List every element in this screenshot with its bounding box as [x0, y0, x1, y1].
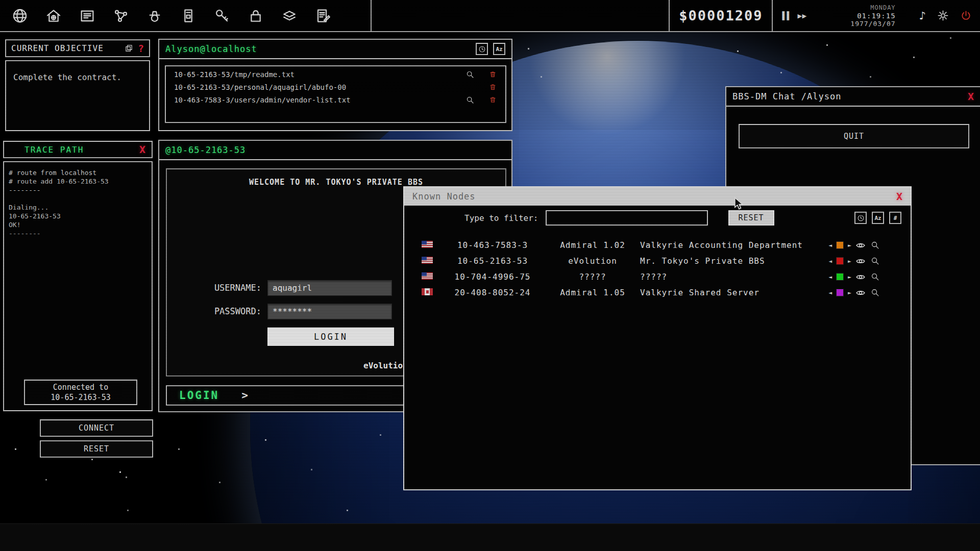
clock-time: 01:19:15 [824, 12, 896, 20]
connect-button[interactable]: CONNECT [40, 419, 153, 437]
search-icon[interactable] [465, 95, 474, 104]
trace-title: TRACE PATH [24, 145, 84, 155]
color-next-icon[interactable]: ► [848, 259, 851, 264]
eye-icon[interactable] [855, 256, 866, 266]
file-path: 10-65-2163-53/personal/aquagirl/abufo-00 [174, 83, 346, 91]
sort-time-icon[interactable] [476, 43, 488, 55]
trash-icon[interactable] [488, 95, 497, 104]
filter-input[interactable] [546, 210, 708, 226]
color-prev-icon[interactable]: ◄ [828, 259, 832, 264]
sort-number-icon[interactable]: # [889, 212, 901, 224]
network-map-icon[interactable] [110, 5, 132, 27]
top-toolbar: $00001209 ▌▌ ▶▶ MONDAY 01:19:15 1977/03/… [0, 0, 980, 32]
trace-log-line: -------- [9, 229, 147, 238]
username-input[interactable] [267, 280, 392, 296]
window-titlebar[interactable]: Known Nodes X [404, 187, 911, 206]
color-next-icon[interactable]: ► [848, 243, 851, 248]
node-color-swatch[interactable] [836, 289, 844, 296]
sort-alpha-icon[interactable]: Az [493, 43, 505, 55]
trash-icon[interactable] [488, 70, 497, 79]
node-row[interactable]: 20-408-8052-24 Admiral 1.05 Valkyrie Sha… [404, 285, 911, 300]
trace-log-line [9, 194, 147, 203]
agent-icon[interactable] [144, 5, 165, 27]
node-number: 20-408-8052-24 [440, 288, 545, 297]
node-color-swatch[interactable] [836, 257, 844, 265]
system-icons: ♪ [919, 10, 980, 22]
close-icon[interactable]: X [139, 143, 145, 156]
bbs-login-button[interactable]: LOGIN [267, 328, 394, 346]
remote-panel-header: @10-65-2163-53 [159, 141, 511, 160]
power-icon[interactable] [960, 10, 972, 21]
filter-reset-button[interactable]: RESET [728, 210, 774, 226]
filter-label: Type to filter: [464, 213, 538, 223]
node-name: Valkyrie Shared Server [640, 288, 824, 297]
close-icon[interactable]: X [896, 190, 902, 203]
filter-row: Type to filter: RESET Az # [404, 206, 911, 230]
node-os: Admiral 1.02 [545, 240, 640, 250]
connection-status: Connected to 10-65-2163-53 [24, 380, 137, 405]
color-prev-icon[interactable]: ◄ [828, 274, 832, 280]
trace-log-line: Dialing... [9, 203, 147, 212]
globe-icon[interactable] [9, 5, 31, 27]
hardware-icon[interactable] [178, 5, 199, 27]
sort-time-icon[interactable] [854, 212, 867, 224]
eye-icon[interactable] [855, 288, 866, 298]
close-icon[interactable]: X [968, 90, 974, 103]
eye-icon[interactable] [855, 240, 866, 251]
missions-icon[interactable] [279, 5, 300, 27]
password-input[interactable] [267, 304, 392, 319]
color-next-icon[interactable]: ► [848, 290, 851, 295]
reset-button[interactable]: RESET [40, 440, 153, 458]
topbar-right-cluster: $00001209 ▌▌ ▶▶ MONDAY 01:19:15 1977/03/… [669, 0, 980, 31]
node-row[interactable]: 10-65-2163-53 eVolution Mr. Tokyo's Priv… [404, 253, 911, 269]
known-nodes-window: Known Nodes X Type to filter: RESET Az #… [403, 186, 912, 490]
money-counter: $00001209 [670, 8, 772, 23]
country-flag [422, 288, 433, 295]
search-icon[interactable] [870, 240, 880, 251]
quit-button[interactable]: QUIT [739, 124, 969, 148]
node-row[interactable]: 10-704-4996-75 ????? ????? ◄ ► [404, 269, 911, 285]
file-row[interactable]: 10-65-2163-53/personal/aquagirl/abufo-00 [166, 81, 505, 93]
trace-panel: # route from localhost # route add 10-65… [3, 161, 153, 411]
file-row[interactable]: 10-65-2163-53/tmp/readme.txt [166, 68, 505, 81]
username-label: USERNAME: [190, 283, 261, 293]
files-panel-title: Alyson@localhost [165, 44, 257, 54]
windows-icon[interactable] [125, 44, 133, 53]
home-icon[interactable] [43, 5, 64, 27]
node-os: eVolution [545, 256, 640, 266]
search-icon[interactable] [870, 272, 880, 282]
window-title: Known Nodes [412, 191, 476, 202]
search-icon[interactable] [465, 70, 474, 79]
search-icon[interactable] [870, 256, 880, 266]
color-prev-icon[interactable]: ◄ [828, 290, 832, 295]
color-next-icon[interactable]: ► [848, 274, 851, 280]
remote-panel-title: @10-65-2163-53 [165, 145, 246, 155]
node-os: ????? [545, 272, 640, 282]
file-row[interactable]: 10-463-7583-3/users/admin/vendor-list.tx… [166, 93, 505, 106]
lock-icon[interactable] [245, 5, 266, 27]
help-icon[interactable]: ? [138, 43, 144, 54]
trace-log-line: 10-65-2163-53 [9, 212, 147, 220]
fast-forward-button[interactable]: ▶▶ [798, 11, 807, 20]
time-controls: ▌▌ ▶▶ [773, 11, 816, 20]
color-prev-icon[interactable]: ◄ [828, 243, 832, 248]
node-name: ????? [640, 272, 824, 282]
music-icon[interactable]: ♪ [919, 10, 926, 22]
notes-icon[interactable] [312, 5, 334, 27]
node-color-swatch[interactable] [836, 273, 844, 281]
node-row[interactable]: 10-463-7583-3 Admiral 1.02 Valkyrie Acco… [404, 237, 911, 253]
eye-icon[interactable] [855, 272, 866, 282]
search-icon[interactable] [870, 288, 880, 298]
pause-button[interactable]: ▌▌ [782, 11, 791, 20]
newspaper-icon[interactable] [77, 5, 98, 27]
objective-panel: Complete the contract. [5, 60, 150, 131]
chevron-right-icon: > [241, 389, 248, 402]
bbs-welcome-text: WELCOME TO MR. TOKYO'S PRIVATE BBS [167, 178, 505, 187]
objective-text: Complete the contract. [13, 72, 121, 82]
gear-icon[interactable] [937, 10, 949, 21]
sort-alpha-icon[interactable]: Az [872, 212, 884, 224]
trash-icon[interactable] [488, 83, 497, 91]
key-icon[interactable] [211, 5, 233, 27]
node-color-swatch[interactable] [836, 241, 844, 249]
country-flag [422, 257, 433, 264]
